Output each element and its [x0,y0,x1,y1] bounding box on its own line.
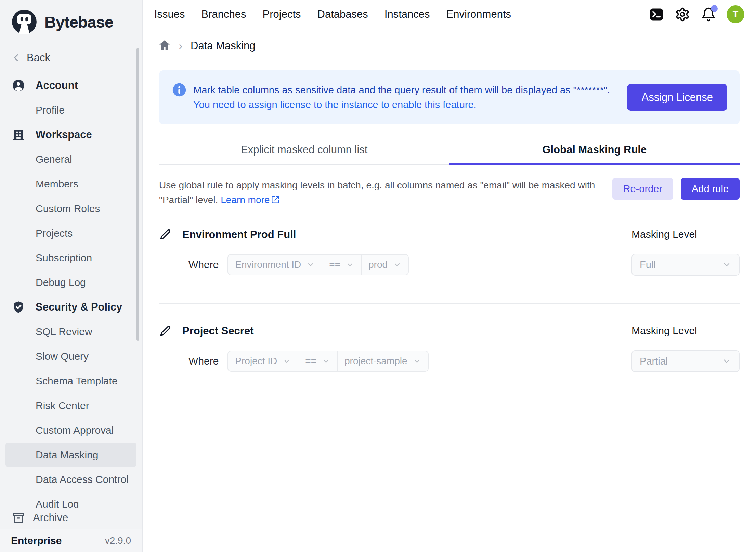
condition-value-select[interactable]: prod [361,255,408,275]
condition-operator-select[interactable]: == [298,351,337,371]
condition-value-select[interactable]: project-sample [337,351,428,371]
sidebar: Bytebase Back Account Profile [0,0,143,552]
chevron-down-icon [283,357,291,365]
main-content: Issues Branches Projects Databases Insta… [143,0,756,552]
rule-name: Environment Prod Full [182,228,296,241]
top-icons: T [649,5,744,23]
sidebar-item-general[interactable]: General [0,147,142,172]
archive-label: Archive [33,512,68,524]
sidebar-item-custom-roles[interactable]: Custom Roles [0,196,142,221]
back-button[interactable]: Back [0,47,142,68]
masking-rule-environment-prod-full: Environment Prod Full Masking Level Wher… [159,228,740,276]
chevron-down-icon [413,357,421,365]
building-icon [12,128,25,142]
sidebar-item-members[interactable]: Members [0,172,142,196]
banner-line-2: You need to assign license to the instan… [193,99,627,110]
sidebar-item-data-masking[interactable]: Data Masking [5,443,136,467]
rule-condition-row: Where Environment ID == prod [159,254,631,276]
sidebar-section-security-policy: Security & Policy [0,295,142,319]
banner-text: Mark table columns as sensitive data and… [193,84,627,110]
top-nav-issues[interactable]: Issues [154,8,185,21]
sidebar-item-debug-log[interactable]: Debug Log [0,270,142,295]
sql-editor-terminal-icon[interactable] [649,6,664,22]
toolbar-buttons: Re-order Add rule [612,178,740,200]
app-window: Bytebase Back Account Profile [0,0,756,552]
top-nav-environments[interactable]: Environments [446,8,511,21]
chevron-down-icon [393,261,401,269]
sidebar-section-label: Security & Policy [36,301,122,313]
sidebar-item-projects[interactable]: Projects [0,221,142,246]
where-label: Where [188,259,219,271]
version-label: v2.9.0 [105,535,131,546]
top-bar: Issues Branches Projects Databases Insta… [143,0,756,29]
rule-condition-row: Where Project ID == project-sample [159,350,631,372]
edit-pencil-icon[interactable] [159,228,171,241]
bytebase-robot-icon [10,8,38,36]
sidebar-scrollbar[interactable] [136,48,139,341]
reorder-button[interactable]: Re-order [612,178,673,200]
page-title: Data Masking [191,40,256,52]
chevron-down-icon [346,261,354,269]
banner-line-1: Mark table columns as sensitive data and… [193,84,627,96]
rule-name: Project Secret [182,325,254,337]
settings-gear-icon[interactable] [675,6,690,22]
sidebar-item-subscription[interactable]: Subscription [0,246,142,270]
sidebar-section-workspace: Workspace [0,122,142,147]
brand-name: Bytebase [44,13,113,31]
back-label: Back [27,52,50,64]
sidebar-nav: Account Profile Workspace General Member… [0,73,142,510]
condition-group: Environment ID == prod [227,254,409,275]
top-nav-instances[interactable]: Instances [384,8,430,21]
sidebar-item-schema-template[interactable]: Schema Template [0,369,142,393]
chevron-down-icon [722,356,731,366]
user-circle-icon [12,79,25,92]
avatar[interactable]: T [727,5,744,23]
sidebar-item-risk-center[interactable]: Risk Center [0,393,142,418]
masking-level-select[interactable]: Partial [631,350,740,372]
tab-global-masking-rule[interactable]: Global Masking Rule [449,135,740,164]
home-icon[interactable] [158,39,171,53]
sidebar-item-slow-query[interactable]: Slow Query [0,344,142,369]
rule-toolbar: Use global rule to apply masking levels … [159,178,740,207]
sidebar-section-account: Account [0,73,142,98]
condition-field-select[interactable]: Environment ID [228,255,322,275]
sidebar-section-label: Account [36,79,78,92]
sidebar-item-custom-approval[interactable]: Custom Approval [0,418,142,443]
bytebase-logo[interactable]: Bytebase [0,0,142,38]
add-rule-button[interactable]: Add rule [681,178,740,200]
condition-operator-select[interactable]: == [322,255,361,275]
sidebar-item-profile[interactable]: Profile [0,98,142,122]
plan-badge: Enterprise [11,535,62,547]
top-nav-branches[interactable]: Branches [201,8,246,21]
learn-more-link[interactable]: Learn more [221,195,280,205]
edit-pencil-icon[interactable] [159,325,171,337]
rule-title-row: Environment Prod Full [159,228,631,241]
top-nav-projects[interactable]: Projects [263,8,301,21]
sidebar-item-sql-review[interactable]: SQL Review [0,319,142,344]
masking-level-select[interactable]: Full [631,254,740,276]
external-link-icon [271,195,280,204]
breadcrumb: › Data Masking [158,38,756,53]
tab-bar: Explicit masked column list Global Maski… [159,135,740,165]
chevron-down-icon [307,261,315,269]
tab-explicit-masked-column-list[interactable]: Explicit masked column list [159,135,449,164]
chevron-down-icon [722,260,731,270]
breadcrumb-chevron-icon: › [179,40,182,52]
sidebar-item-archive[interactable]: Archive [0,508,142,528]
top-nav: Issues Branches Projects Databases Insta… [154,8,511,21]
archive-icon [12,511,25,525]
license-banner: Mark table columns as sensitive data and… [159,70,740,124]
condition-field-select[interactable]: Project ID [228,351,298,371]
info-icon [172,83,186,97]
top-nav-databases[interactable]: Databases [317,8,368,21]
condition-group: Project ID == project-sample [227,351,428,372]
rule-description: Use global rule to apply masking levels … [159,178,611,207]
sidebar-footer: Enterprise v2.9.0 [0,529,142,552]
notifications-bell-icon[interactable] [701,6,716,22]
masking-level-label: Masking Level [631,325,740,337]
assign-license-button[interactable]: Assign License [627,84,727,111]
where-label: Where [188,355,219,367]
chevron-left-icon [10,52,22,64]
notification-dot [711,5,718,12]
sidebar-item-data-access-control[interactable]: Data Access Control [0,467,142,492]
